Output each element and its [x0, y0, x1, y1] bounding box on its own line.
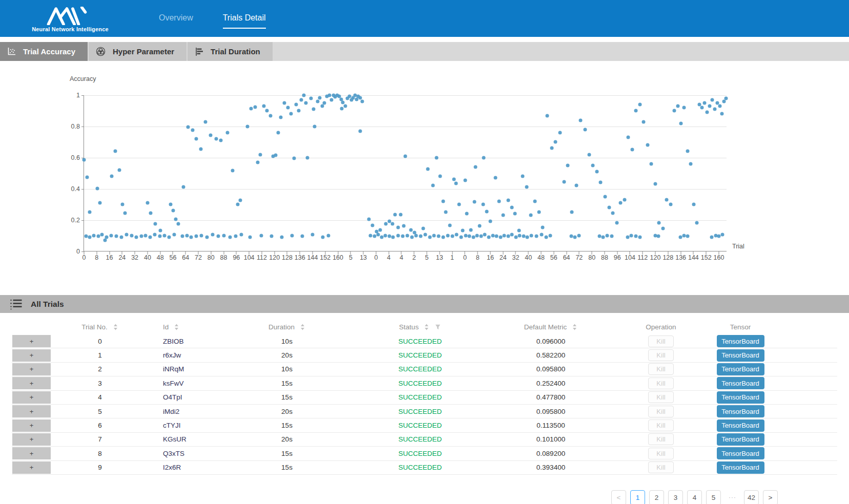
tab-trials-detail[interactable]: Trials Detail: [223, 13, 266, 29]
scatter-point: [454, 181, 458, 185]
scatter-point: [205, 235, 209, 239]
scatter-point: [426, 167, 429, 171]
scatter-point: [380, 235, 383, 239]
scatter-point: [562, 180, 566, 183]
subtab-label: Trial Duration: [211, 47, 260, 56]
scatter-point: [410, 235, 413, 239]
expand-row-button[interactable]: +: [12, 391, 51, 404]
scatter-point: [540, 233, 543, 237]
tensorboard-button[interactable]: TensorBoard: [717, 391, 764, 404]
scatter-point: [169, 202, 173, 206]
table-row: +4O4TpI15sSUCCEEDED0.477800KillTensorBoa…: [12, 391, 837, 405]
kill-button[interactable]: Kill: [648, 433, 674, 445]
kill-button[interactable]: Kill: [648, 363, 674, 375]
scatter-point: [513, 212, 517, 216]
logo-subtitle: Neural Network Intelligence: [32, 26, 109, 32]
scatter-point: [460, 235, 463, 239]
scatter-point: [199, 147, 203, 151]
expand-row-button[interactable]: +: [12, 433, 51, 446]
kill-button[interactable]: Kill: [648, 391, 674, 403]
tensorboard-button[interactable]: TensorBoard: [717, 433, 764, 446]
duration-cell: 20s: [215, 408, 359, 415]
tab-trial-duration[interactable]: Trial Duration: [188, 42, 273, 61]
sort-icon[interactable]: [174, 323, 179, 331]
scatter-point: [397, 226, 400, 229]
scatter-point: [473, 165, 477, 169]
scatter-point: [526, 235, 529, 239]
tensorboard-button[interactable]: TensorBoard: [717, 461, 764, 474]
operation-cell: Kill: [620, 377, 702, 389]
x-tick-label: 112: [257, 254, 267, 261]
expand-row-button[interactable]: +: [12, 349, 51, 362]
scatter-point: [441, 199, 445, 203]
nni-app: Neural Network Intelligence Overview Tri…: [0, 0, 849, 504]
sort-icon[interactable]: [113, 323, 118, 331]
pagination-ellipsis[interactable]: ···: [725, 490, 740, 504]
tensorboard-button[interactable]: TensorBoard: [717, 405, 764, 417]
operation-cell: Kill: [620, 448, 702, 459]
scatter-point: [419, 235, 423, 238]
kill-button[interactable]: Kill: [648, 349, 674, 361]
scatter-point: [558, 131, 562, 134]
pagination-page-3[interactable]: 3: [668, 490, 683, 504]
scatter-point: [566, 163, 570, 167]
scatter-point: [215, 137, 218, 141]
tensorboard-button[interactable]: TensorBoard: [717, 335, 764, 347]
expand-row-button[interactable]: +: [12, 419, 51, 432]
column-header-tensor: Tensor: [702, 323, 779, 331]
x-tick-label: 40: [525, 254, 532, 261]
expand-row-button[interactable]: +: [12, 461, 51, 474]
scatter-point: [579, 118, 583, 122]
kill-button[interactable]: Kill: [648, 419, 674, 431]
scatter-point: [209, 133, 213, 137]
scatter-plot-area: 10.80.60.40.2008162432404856647280889610…: [84, 95, 727, 251]
tensorboard-button[interactable]: TensorBoard: [717, 349, 764, 362]
pagination-prev-button[interactable]: <: [611, 490, 626, 504]
scatter-point: [404, 154, 407, 158]
tab-trial-accuracy[interactable]: Trial Accuracy: [0, 42, 88, 61]
pagination-page-5[interactable]: 5: [706, 490, 721, 504]
scatter-point: [321, 235, 325, 239]
expand-row-button[interactable]: +: [12, 447, 51, 460]
kill-button[interactable]: Kill: [648, 448, 674, 459]
x-tick-label: 120: [269, 254, 280, 261]
pagination-page-4[interactable]: 4: [687, 490, 702, 504]
scatter-point: [311, 233, 315, 237]
kill-button[interactable]: Kill: [648, 461, 674, 473]
sort-icon[interactable]: [300, 323, 305, 331]
x-tick-label: 120: [650, 254, 661, 261]
sort-icon[interactable]: [572, 323, 577, 331]
tensorboard-button[interactable]: TensorBoard: [717, 419, 764, 432]
operation-cell: Kill: [620, 335, 702, 347]
pagination-page-1[interactable]: 1: [630, 490, 645, 504]
scatter-point: [686, 150, 689, 153]
column-header-label: Status: [399, 323, 419, 331]
nni-logo-icon: [45, 7, 95, 25]
tab-overview[interactable]: Overview: [159, 13, 193, 29]
x-tick-label: 64: [182, 254, 189, 261]
kill-button[interactable]: Kill: [648, 335, 674, 347]
scatter-point: [180, 235, 184, 238]
tensor-cell: TensorBoard: [702, 391, 779, 404]
tensorboard-button[interactable]: TensorBoard: [717, 363, 764, 375]
scatter-point: [369, 234, 372, 237]
sort-icon[interactable]: [424, 323, 429, 331]
scatter-point: [293, 157, 296, 160]
expand-row-button[interactable]: +: [12, 376, 51, 390]
pagination-page-42[interactable]: 42: [744, 490, 759, 504]
tensorboard-button[interactable]: TensorBoard: [717, 447, 764, 459]
expand-row-button[interactable]: +: [12, 405, 51, 418]
tab-hyper-parameter[interactable]: Hyper Parameter: [89, 42, 187, 61]
kill-button[interactable]: Kill: [648, 406, 674, 417]
subtab-label: Hyper Parameter: [113, 47, 174, 56]
filter-icon[interactable]: [434, 324, 441, 330]
x-tick-label: 128: [282, 254, 293, 261]
expand-row-button[interactable]: +: [12, 363, 51, 376]
expand-row-button[interactable]: +: [12, 334, 51, 348]
kill-button[interactable]: Kill: [648, 377, 674, 389]
pagination-next-button[interactable]: >: [763, 490, 778, 504]
tensorboard-button[interactable]: TensorBoard: [717, 377, 764, 389]
scatter-point: [603, 195, 607, 198]
scatter-point: [393, 213, 397, 216]
pagination-page-2[interactable]: 2: [649, 490, 664, 504]
